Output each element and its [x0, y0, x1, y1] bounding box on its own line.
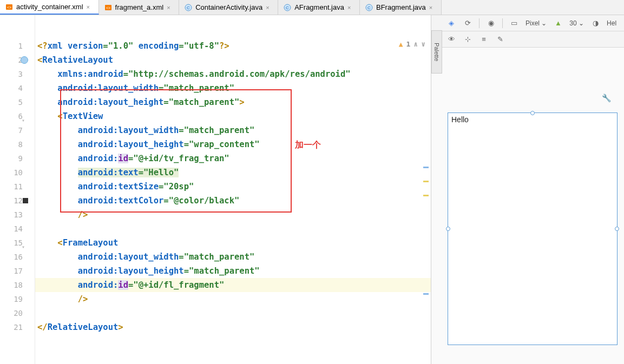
gutter-line[interactable]: 17 [0, 264, 35, 278]
svg-text:<>: <> [106, 6, 110, 10]
close-icon[interactable]: × [87, 4, 93, 10]
class-marker-icon[interactable] [21, 56, 28, 64]
tab-container-activity[interactable]: C ContainerActivity.java × [179, 0, 278, 15]
resize-handle[interactable] [446, 227, 450, 231]
close-icon[interactable]: × [266, 4, 272, 11]
gutter-line[interactable]: 5 [0, 95, 35, 109]
gutter-line[interactable]: 12 [0, 194, 35, 208]
close-icon[interactable]: × [429, 4, 436, 11]
tab-label: ContainerActivity.java [195, 3, 262, 11]
java-file-icon: C [185, 4, 192, 11]
api-selector[interactable]: 30 ⌄ [569, 19, 584, 27]
editor-tabs: <> activity_container.xml × <> fragment_… [0, 0, 624, 15]
preview-toolbar: ◈ ⟳ ◉ ▭ Pixel ⌄ ▲ 30 ⌄ ◑ Hel [431, 15, 624, 31]
gutter-line[interactable]: 9 [0, 151, 35, 166]
tab-activity-container[interactable]: <> activity_container.xml × [0, 0, 99, 15]
code-editor[interactable]: <?xml version="1.0" encoding="utf-8"?> <… [35, 15, 431, 364]
svg-text:C: C [187, 5, 190, 10]
gutter-line[interactable]: 19 [0, 292, 35, 306]
tab-label: fragment_a.xml [115, 3, 164, 11]
eye-icon[interactable]: 👁 [446, 35, 456, 44]
annotation-label: 加一个 [295, 140, 321, 151]
gutter-line[interactable]: 7 [0, 123, 35, 137]
change-marker[interactable] [423, 181, 429, 182]
close-icon[interactable]: × [167, 4, 173, 11]
xml-file-icon: <> [104, 4, 112, 11]
editor-pane: 1 2 3 4 5 6▾ 7 8 9 10 11 12 13 14 15▾ 16… [0, 15, 431, 364]
svg-text:<>: <> [7, 5, 11, 9]
inspection-widget[interactable]: ▲ 1 ∧ ∨ [399, 40, 425, 48]
java-file-icon: C [284, 4, 291, 11]
magnet-icon[interactable]: ⊹ [463, 35, 472, 44]
gutter-line[interactable]: 6▾ [0, 109, 35, 123]
warning-count: 1 [406, 40, 411, 48]
gutter-line[interactable]: 13 [0, 208, 35, 222]
gutter-line[interactable]: 11 [0, 180, 35, 194]
gutter-line[interactable]: 10 [0, 166, 35, 180]
tab-fragment-a[interactable]: <> fragment_a.xml × [99, 0, 180, 15]
svg-text:C: C [286, 5, 289, 10]
gutter-line[interactable]: 18 [0, 278, 35, 292]
close-icon[interactable]: × [347, 4, 354, 11]
gutter-line[interactable]: 8 [0, 137, 35, 151]
change-marker[interactable] [423, 167, 429, 168]
device-preview[interactable]: Hello [448, 112, 618, 345]
tab-label: AFragment.java [294, 3, 344, 11]
device-icon[interactable]: ▭ [509, 18, 519, 28]
gutter-line[interactable]: 3 [0, 67, 35, 81]
tab-label: activity_container.xml [16, 3, 83, 11]
orientation-icon[interactable]: ⟳ [463, 18, 472, 28]
gutter-line[interactable]: 21 [0, 320, 35, 334]
device-selector[interactable]: Pixel ⌄ [526, 19, 547, 27]
tab-b-fragment[interactable]: C BFragment.java × [360, 0, 442, 15]
change-marker[interactable] [423, 293, 429, 295]
gutter-line[interactable]: 1 [0, 39, 35, 53]
next-highlight-icon[interactable]: ∨ [421, 40, 425, 48]
warning-icon: ▲ [399, 40, 403, 48]
layout-preview-pane: ◈ ⟳ ◉ ▭ Pixel ⌄ ▲ 30 ⌄ ◑ Hel 👁 ⊹ ≡ ✎ Pal… [431, 15, 624, 364]
gutter-line[interactable]: 15▾ [0, 236, 35, 250]
tools-icon[interactable]: ✎ [495, 35, 505, 44]
gutter-line[interactable]: 2 [0, 53, 35, 67]
resize-handle[interactable] [530, 111, 535, 115]
preview-toolbar-2: 👁 ⊹ ≡ ✎ [431, 31, 624, 48]
theme-icon[interactable]: ◑ [590, 18, 600, 28]
tab-label: BFragment.java [376, 3, 426, 11]
main-split: 1 2 3 4 5 6▾ 7 8 9 10 11 12 13 14 15▾ 16… [0, 15, 624, 364]
wrench-icon[interactable]: 🔧 [602, 94, 611, 102]
change-marker[interactable] [423, 195, 429, 196]
tab-a-fragment[interactable]: C AFragment.java × [278, 0, 360, 15]
xml-file-icon: <> [5, 3, 13, 11]
gutter-line[interactable]: 4 [0, 81, 35, 95]
design-surface-icon[interactable]: ◈ [446, 18, 456, 28]
align-icon[interactable]: ≡ [479, 35, 489, 44]
svg-text:C: C [367, 5, 371, 10]
java-file-icon: C [365, 4, 373, 11]
gutter: 1 2 3 4 5 6▾ 7 8 9 10 11 12 13 14 15▾ 16… [0, 15, 35, 364]
view-options-icon[interactable]: ◉ [486, 18, 496, 28]
gutter-line[interactable]: 14 [0, 222, 35, 236]
gutter-line[interactable]: 16 [0, 250, 35, 264]
color-swatch-icon[interactable] [23, 198, 28, 203]
palette-tab[interactable]: Palette [431, 30, 442, 74]
prev-highlight-icon[interactable]: ∧ [413, 40, 418, 48]
android-icon: ▲ [553, 18, 563, 28]
gutter-line[interactable]: 20 [0, 306, 35, 320]
resize-handle[interactable] [615, 227, 619, 231]
theme-selector[interactable]: Hel [607, 19, 616, 27]
